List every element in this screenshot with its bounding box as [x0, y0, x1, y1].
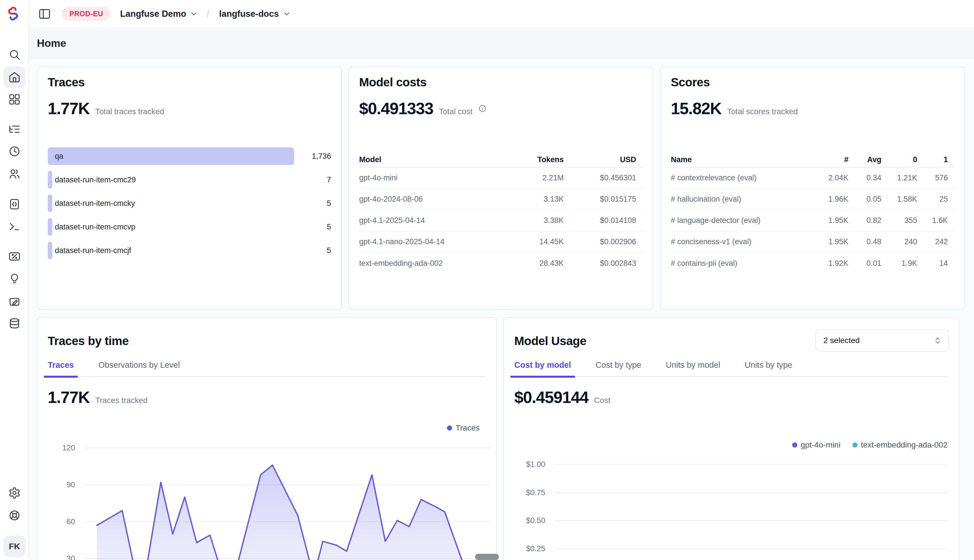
tab-traces[interactable]: Traces: [48, 360, 74, 377]
total-cost: $0.491333: [359, 99, 433, 118]
page-title: Home: [37, 37, 66, 49]
card-title: Model Usage: [514, 334, 586, 348]
table-cell: # contextrelevance (eval): [671, 173, 814, 182]
tab-units-by-type[interactable]: Units by type: [745, 360, 792, 377]
table-cell: # language-detector (eval): [671, 216, 814, 225]
project-switcher[interactable]: langfuse-docs: [219, 9, 291, 19]
trace-bar: [48, 171, 52, 188]
trace-name: dataset-run-item-cmcjf: [55, 246, 131, 255]
column-header: Tokens: [490, 155, 564, 164]
traces-bar-list: qa1,736dataset-run-item-cmc297dataset-ru…: [48, 147, 331, 259]
table-cell: 0.01: [849, 259, 881, 268]
table-cell: 14: [917, 259, 948, 268]
table-cell: $0.002906: [564, 237, 636, 246]
chevron-down-icon: [282, 10, 291, 18]
home-icon[interactable]: [8, 71, 21, 83]
trace-count: 1,736: [294, 152, 331, 161]
traces-area-chart: [83, 441, 492, 560]
y-axis-tick-label: 90: [44, 480, 75, 489]
gridline: [555, 548, 949, 549]
tab-cost-by-type[interactable]: Cost by type: [596, 360, 641, 377]
trace-name: dataset-run-item-cmc29: [55, 175, 136, 184]
table-cell: $0.015175: [564, 195, 636, 203]
table-cell: 0.05: [849, 195, 881, 203]
table-cell: 1.6K: [917, 216, 948, 225]
table-row: # contextrelevance (eval)2.04K0.341.21K5…: [671, 168, 954, 189]
breadcrumb-separator: /: [207, 8, 209, 20]
table-cell: # contains-pii (eval): [671, 259, 814, 268]
table-cell: 240: [881, 237, 917, 246]
scores-total: 15.82K: [671, 99, 722, 118]
table-cell: 242: [917, 237, 948, 246]
table-cell: 25: [917, 195, 948, 203]
tab-units-by-model[interactable]: Units by model: [666, 360, 720, 377]
dashboards-icon[interactable]: [8, 93, 21, 106]
column-header: 1: [917, 155, 948, 164]
support-lifebuoy-icon[interactable]: [8, 509, 21, 522]
evaluation-icon[interactable]: [8, 250, 21, 263]
legend-item[interactable]: gpt-4o-mini: [792, 440, 840, 450]
gridline: [555, 492, 949, 493]
trace-name: dataset-run-item-cmcky: [55, 199, 135, 208]
table-cell: 1.58K: [881, 195, 917, 203]
column-header: Model: [359, 155, 490, 164]
table-cell: $0.014108: [564, 216, 636, 225]
y-axis-tick-label: $0.75: [514, 488, 545, 497]
table-row: # contains-pii (eval)1.92K0.011.9K14: [671, 253, 954, 274]
legend-item[interactable]: Traces: [447, 423, 479, 432]
y-axis-tick-label: 60: [44, 517, 75, 526]
org-switcher[interactable]: Langfuse Demo: [120, 9, 198, 19]
trace-count: 5: [294, 223, 331, 232]
trace-name: dataset-run-item-cmcvp: [55, 223, 135, 232]
table-header-row: ModelTokensUSD: [359, 152, 642, 168]
annotation-lightbulb-icon[interactable]: [8, 273, 21, 285]
table-cell: 3.13K: [490, 195, 564, 203]
table-cell: 1.95K: [814, 237, 849, 246]
datasets-icon[interactable]: [8, 295, 21, 308]
search-icon[interactable]: [8, 48, 21, 61]
prompts-file-icon[interactable]: [8, 198, 21, 210]
tab-cost-by-model[interactable]: Cost by model: [514, 360, 571, 377]
trace-bar-zone: dataset-run-item-cmc29: [48, 171, 294, 188]
table-row: # hallucination (eval)1.96K0.051.58K25: [671, 189, 954, 210]
playground-terminal-icon[interactable]: [8, 220, 21, 233]
avatar[interactable]: FK: [4, 536, 25, 557]
legend-item[interactable]: text-embedding-ada-002: [852, 440, 947, 450]
tracing-icon[interactable]: [8, 123, 21, 135]
y-axis-tick-label: $0.50: [514, 516, 545, 525]
table-cell: gpt-4.1-nano-2025-04-14: [359, 237, 490, 246]
users-icon[interactable]: [8, 168, 21, 180]
y-axis-tick-label: $0.25: [514, 544, 545, 553]
table-cell: $0.456301: [564, 173, 636, 182]
chevrons-up-down-icon: [933, 336, 942, 345]
table-cell: 1.92K: [814, 259, 849, 268]
table-cell: 0.34: [849, 173, 881, 182]
table-cell: gpt-4.1-2025-04-14: [359, 216, 490, 225]
trace-bar-zone: dataset-run-item-cmcky: [48, 195, 294, 212]
gridline: [555, 520, 949, 521]
legend-label: gpt-4o-mini: [801, 440, 840, 450]
traces-total: 1.77K: [48, 99, 90, 118]
database-icon[interactable]: [8, 317, 21, 330]
sidebar-toggle-icon[interactable]: [38, 7, 51, 20]
trace-name: qa: [55, 152, 63, 161]
trace-bar: [48, 195, 52, 212]
y-axis-tick-label: 120: [44, 443, 75, 452]
sessions-clock-icon[interactable]: [8, 145, 21, 158]
table-cell: 1.9K: [881, 259, 917, 268]
scores-card: Scores 15.82K Total scores tracked Name#…: [660, 67, 965, 310]
table-cell: 1.95K: [814, 216, 849, 225]
info-icon[interactable]: [478, 104, 487, 113]
trace-bar: [48, 242, 52, 259]
tab-observations-by-level[interactable]: Observations by Level: [98, 360, 180, 377]
traces-total-label: Total traces tracked: [95, 107, 164, 116]
langfuse-logo-icon: [6, 7, 20, 20]
horizontal-scrollbar-thumb[interactable]: [475, 554, 499, 560]
traces-tracked-label: Traces tracked: [95, 396, 147, 405]
model-select[interactable]: 2 selected: [815, 329, 949, 352]
table-cell: gpt-4o-mini: [359, 173, 490, 182]
project-name: langfuse-docs: [219, 9, 279, 19]
settings-gear-icon[interactable]: [8, 487, 21, 499]
total-cost-label: Total cost: [439, 107, 473, 116]
column-header: 0: [881, 155, 917, 164]
